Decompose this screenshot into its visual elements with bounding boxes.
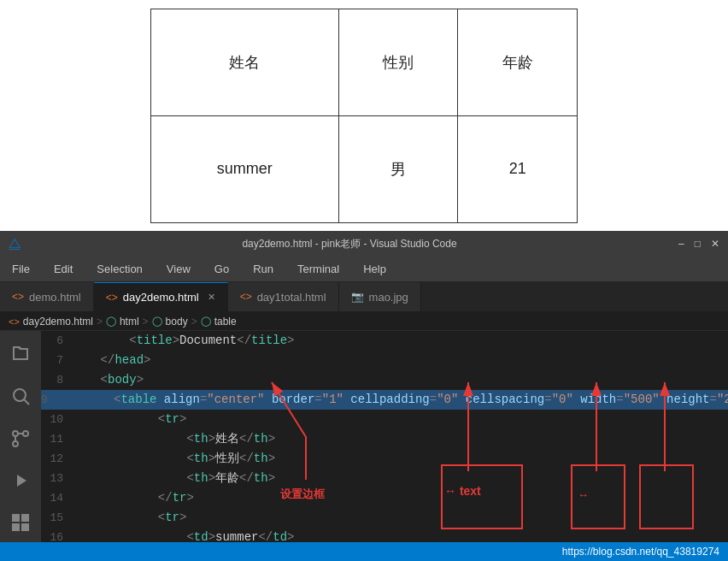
- line-num-6: 6: [41, 332, 72, 351]
- activity-extensions-icon[interactable]: [0, 504, 41, 542]
- code-line-13: 13 <th>年龄</th>: [41, 469, 728, 488]
- code-editor[interactable]: 6 <title>Document</title> 7 </head> 8 <b…: [41, 331, 728, 542]
- menu-help[interactable]: Help: [358, 261, 391, 277]
- activity-git-icon[interactable]: [0, 419, 41, 458]
- status-url: https://blog.csdn.net/qq_43819274: [562, 546, 719, 558]
- line-num-12: 12: [41, 450, 72, 469]
- activity-search-icon[interactable]: [0, 376, 41, 415]
- minimize-icon[interactable]: –: [678, 238, 684, 250]
- tab-day1total[interactable]: <> day1total.html: [228, 282, 339, 311]
- title-bar: ⧋ day2demo.html - pink老师 - Visual Studio…: [0, 231, 728, 257]
- svg-rect-8: [21, 523, 29, 531]
- line-num-16: 16: [41, 529, 72, 542]
- header-name: 姓名: [151, 9, 339, 115]
- cell-gender: 男: [338, 115, 458, 222]
- cell-name: summer: [151, 115, 339, 222]
- code-line-12: 12 <th>性别</th>: [41, 449, 728, 469]
- line-num-13: 13: [41, 469, 72, 488]
- tab-html-icon-day1: <>: [240, 291, 252, 303]
- breadcrumb-icon: <>: [9, 316, 20, 327]
- menu-edit[interactable]: Edit: [49, 261, 78, 277]
- svg-point-2: [13, 441, 18, 446]
- svg-line-1: [25, 400, 30, 405]
- menu-go[interactable]: Go: [209, 261, 234, 277]
- breadcrumb: <> day2demo.html > ◯ html > ◯ body > ◯ t…: [0, 312, 728, 331]
- vscode-window: ⧋ day2demo.html - pink老师 - Visual Studio…: [0, 231, 728, 561]
- breadcrumb-sep1: >: [97, 316, 103, 328]
- menu-selection[interactable]: Selection: [91, 261, 147, 277]
- line-text-11: <th>姓名</th>: [72, 429, 728, 448]
- menu-terminal[interactable]: Terminal: [292, 261, 344, 277]
- breadcrumb-file[interactable]: day2demo.html: [23, 316, 93, 328]
- header-age: 年龄: [458, 9, 578, 115]
- preview-table: 姓名 性别 年龄 summer 男 21: [150, 9, 578, 223]
- line-text-13: <th>年龄</th>: [72, 469, 728, 487]
- svg-rect-6: [21, 514, 29, 522]
- line-num-9: 9: [41, 391, 56, 410]
- svg-point-0: [14, 389, 26, 401]
- breadcrumb-icon4: ◯: [201, 316, 211, 327]
- code-line-11: 11 <th>姓名</th>: [41, 429, 728, 449]
- breadcrumb-sep2: >: [143, 316, 149, 328]
- preview-area: 姓名 性别 年龄 summer 男 21: [0, 0, 728, 231]
- line-text-8: <body>: [72, 370, 728, 389]
- window-title: day2demo.html - pink老师 - Visual Studio C…: [242, 237, 456, 251]
- svg-point-4: [13, 431, 18, 436]
- code-line-7: 7 </head>: [41, 351, 728, 370]
- breadcrumb-table[interactable]: table: [214, 316, 237, 328]
- tab-mao[interactable]: 📷 mao.jpg: [339, 282, 421, 311]
- vscode-logo-icon: ⧋: [9, 236, 21, 251]
- breadcrumb-icon2: ◯: [106, 316, 116, 327]
- breadcrumb-html[interactable]: html: [120, 316, 139, 328]
- tab-label-day2demo: day2demo.html: [123, 291, 199, 304]
- svg-rect-7: [12, 523, 20, 531]
- code-line-16: 16 <td>summer</td>: [41, 528, 728, 542]
- tab-label-day1total: day1total.html: [257, 291, 326, 304]
- cell-age: 21: [458, 115, 578, 222]
- code-line-9: 9 <table align="center" border="1" cellp…: [41, 390, 728, 410]
- line-text-15: <tr>: [72, 508, 728, 527]
- line-text-9: <table align="center" border="1" cellpad…: [56, 390, 728, 409]
- header-gender: 性别: [338, 9, 458, 115]
- line-num-8: 8: [41, 371, 72, 390]
- line-text-7: </head>: [72, 351, 728, 369]
- breadcrumb-sep3: >: [191, 316, 197, 328]
- tab-demo[interactable]: <> demo.html: [0, 282, 94, 311]
- line-text-12: <th>性别</th>: [72, 449, 728, 468]
- status-bar: https://blog.csdn.net/qq_43819274: [0, 542, 728, 561]
- editor-main: 6 <title>Document</title> 7 </head> 8 <b…: [0, 331, 728, 542]
- tab-bar: <> demo.html <> day2demo.html ✕ <> day1t…: [0, 282, 728, 312]
- line-num-11: 11: [41, 430, 72, 449]
- activity-files-icon[interactable]: [0, 334, 41, 373]
- code-line-6: 6 <title>Document</title>: [41, 331, 728, 351]
- tab-html-icon-active: <>: [106, 292, 118, 304]
- line-num-14: 14: [41, 489, 72, 508]
- line-text-14: </tr>: [72, 488, 728, 507]
- breadcrumb-body[interactable]: body: [166, 316, 188, 328]
- tab-html-icon: <>: [12, 291, 24, 303]
- maximize-icon[interactable]: □: [695, 238, 701, 250]
- tab-close-icon[interactable]: ✕: [208, 292, 215, 303]
- close-icon[interactable]: ✕: [711, 238, 719, 250]
- code-line-14: 14 </tr>: [41, 488, 728, 508]
- tab-label-mao: mao.jpg: [369, 291, 408, 304]
- tab-jpg-icon: 📷: [351, 291, 364, 303]
- activity-debug-icon[interactable]: [0, 461, 41, 499]
- tab-label-demo: demo.html: [29, 291, 81, 304]
- line-num-10: 10: [41, 410, 72, 429]
- code-content: 6 <title>Document</title> 7 </head> 8 <b…: [41, 331, 728, 542]
- menu-run[interactable]: Run: [248, 261, 279, 277]
- menu-bar: File Edit Selection View Go Run Terminal…: [0, 257, 728, 282]
- tab-day2demo[interactable]: <> day2demo.html ✕: [94, 282, 228, 311]
- breadcrumb-icon3: ◯: [152, 316, 162, 327]
- line-num-7: 7: [41, 351, 72, 370]
- svg-rect-5: [12, 514, 20, 522]
- activity-bar: [0, 331, 41, 542]
- line-text-10: <tr>: [72, 410, 728, 428]
- code-line-10: 10 <tr>: [41, 410, 728, 429]
- menu-file[interactable]: File: [7, 261, 35, 277]
- code-line-8: 8 <body>: [41, 370, 728, 390]
- menu-view[interactable]: View: [161, 261, 196, 277]
- svg-point-3: [23, 431, 28, 436]
- line-num-15: 15: [41, 509, 72, 528]
